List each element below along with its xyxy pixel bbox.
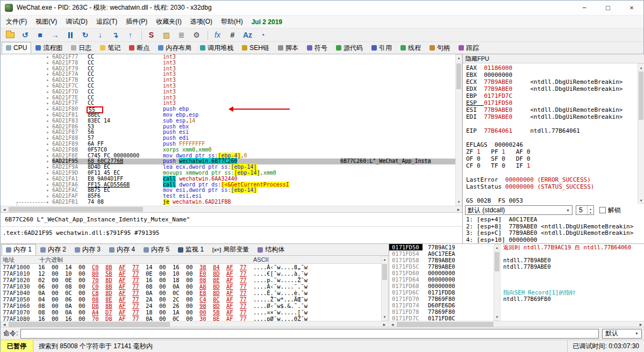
menu-options[interactable]: 选项(O) — [186, 16, 217, 28]
pause-button[interactable] — [63, 29, 77, 41]
tab-source[interactable]: 源代码 — [332, 42, 367, 54]
register-row[interactable]: GS 002B FS 0053 — [466, 197, 636, 204]
tab-notes[interactable]: 笔记 — [96, 42, 125, 54]
scroll-up-icon[interactable]: ▲ — [456, 55, 462, 61]
close-button[interactable]: × — [620, 1, 643, 16]
register-row[interactable]: EAX 01186000 — [466, 64, 636, 71]
spinner-up-icon[interactable]: ▲ — [589, 207, 592, 211]
register-row[interactable]: ESI 77B9ABE0 <ntdll.DbgUiRemoteBreakin> — [466, 106, 636, 113]
tab-memory-map[interactable]: 内存布局 — [154, 42, 196, 54]
command-profile-select[interactable]: 默认 ▼ — [602, 329, 642, 339]
step-into-button[interactable]: ↓ — [94, 29, 107, 41]
scroll-left-icon[interactable]: ◀ — [1, 206, 8, 212]
stack-arg-row[interactable]: 3: [esp+C] 77B9ABE0 <ntdll.DbgUiRemoteBr… — [466, 230, 636, 237]
scroll-down-icon[interactable]: ▼ — [382, 314, 388, 320]
step-over-button[interactable]: ↴ — [109, 29, 122, 41]
register-row[interactable] — [466, 169, 636, 176]
register-row[interactable]: ESP 0171FD50 — [466, 99, 636, 106]
dump-row[interactable]: 77AF10400A000C00C88DAF770A000C00E88DAF77… — [1, 290, 381, 296]
register-row[interactable]: EIP 77B64061 ntdll.77B64061 — [466, 127, 636, 134]
dump-row[interactable]: 77AF105004000600088EAF772A002C00C48CAF77… — [1, 296, 381, 303]
stack-hscrollbar-thumb[interactable] — [397, 322, 493, 327]
tab-references[interactable]: 引用 — [367, 42, 396, 54]
menu-debug[interactable]: 调试(D) — [61, 16, 92, 28]
strings-button[interactable]: Az — [241, 29, 254, 41]
tab-dump4[interactable]: 内存 4 — [105, 244, 139, 255]
tab-script[interactable]: 脚本 — [274, 42, 303, 54]
register-row[interactable]: EFLAGS 00000246 — [466, 141, 636, 148]
disasm-row[interactable]: 6AD21FA1E8 9A04D1FFcall wechatwin.6AA324… — [1, 176, 455, 182]
disasm-hscrollbar-thumb[interactable] — [9, 207, 143, 212]
stop-button[interactable]: ■ — [33, 29, 47, 41]
stack-row[interactable]: 0171FD6000000000 — [389, 270, 493, 276]
menu-plugins[interactable]: 插件(P) — [121, 16, 152, 28]
comments-button[interactable]: ≣ — [175, 29, 188, 41]
dump-row[interactable]: 77AF100016001400C08BAF77140016003884AF77… — [1, 264, 381, 270]
stack-vscrollbar[interactable]: ▲ ▼ — [493, 244, 500, 321]
tab-locals[interactable]: [x=]局部变量 — [208, 244, 253, 255]
scroll-up-icon[interactable]: ▲ — [638, 64, 644, 70]
menu-trace[interactable]: 追踪(T) — [92, 16, 121, 28]
tab-log[interactable]: 日志 — [67, 42, 96, 54]
disasm-vscrollbar[interactable]: ▲ ▼ — [455, 54, 462, 206]
stack-row[interactable]: 0171FD6400000000 — [389, 276, 493, 283]
tab-struct[interactable]: 结构体 — [253, 244, 289, 255]
spinner-arrows[interactable]: ▲ ▼ — [587, 206, 593, 215]
register-row[interactable]: EDI 77B9ABE0 <ntdll.DbgUiRemoteBreakin> — [466, 113, 636, 120]
dump-hscrollbar-thumb[interactable] — [9, 322, 170, 327]
maximize-button[interactable]: □ — [596, 1, 620, 16]
register-row[interactable] — [466, 120, 636, 127]
stack-row[interactable]: 0171FD7877869F80 — [389, 308, 493, 315]
command-input[interactable] — [20, 329, 599, 339]
stack-row[interactable]: 0171FD6800000000 — [389, 283, 493, 289]
registers-vscrollbar[interactable]: ▲ ▼ — [638, 63, 644, 204]
dump-row[interactable]: 77AF103006000800C08BAF7708000A00A88DAF77… — [1, 283, 381, 290]
disasm-row[interactable]: 6AD21F7DCCint3 — [1, 89, 455, 95]
tab-dump1[interactable]: 内存 1 — [2, 244, 36, 255]
disasm-vscrollbar-thumb[interactable] — [456, 63, 461, 89]
stack-arg-row[interactable]: 1: [esp+4] A0C17EEA — [466, 217, 636, 224]
preferences-button[interactable]: ⚙ — [190, 29, 203, 41]
dump-row[interactable]: 77AF107008000A00A4D7AF7718001A00005BAF77… — [1, 309, 381, 315]
stack-arg-row[interactable]: 4: [esp+10] 00000000 — [466, 237, 636, 244]
run-swallow-button[interactable]: ↻ — [78, 29, 92, 41]
tab-breakpoints[interactable]: 断点 — [125, 42, 154, 54]
restart-button[interactable]: ↺ — [18, 29, 32, 41]
dump-vscrollbar[interactable]: ▲ ▼ — [381, 256, 388, 321]
spinner-down-icon[interactable]: ▼ — [589, 211, 592, 214]
disasm-row[interactable]: 6AD21FB174 08je wechatwin.6AD21FBB — [1, 199, 455, 205]
minimize-button[interactable]: − — [573, 1, 596, 16]
args-count-spinner[interactable]: 5 ▲ ▼ — [576, 205, 594, 215]
tab-call-stack[interactable]: 调用堆栈 — [196, 42, 238, 54]
disassembly-pane[interactable]: 6AD21F77CCint36AD21F78CCint36AD21F79CCin… — [1, 54, 455, 206]
dump-row[interactable]: 77AF102002000E00708DAF7716001800088EAF77… — [1, 277, 381, 283]
tab-trace[interactable]: 跟踪 — [454, 42, 483, 54]
disasm-row[interactable]: 6AD21F8383EC 14sub esp,14 — [1, 118, 455, 124]
tab-dump5[interactable]: 内存 5 — [139, 244, 174, 255]
menu-file[interactable]: 文件(F) — [2, 16, 31, 28]
register-row[interactable]: LastStatus 00000000 (STATUS_SUCCESS) — [466, 183, 636, 190]
stack-row[interactable]: 0171FD74D60FE6D6 — [389, 302, 493, 308]
timewatch-button[interactable]: ◔ — [256, 29, 269, 41]
dump-row[interactable]: 77AF106008000A00D88BAF7724002600988DAF77… — [1, 303, 381, 309]
calculator-button[interactable]: # — [226, 29, 239, 41]
register-row[interactable]: EDX 77B9ABE0 <ntdll.DbgUiRemoteBreakin> — [466, 85, 636, 92]
scroll-down-icon[interactable]: ▼ — [456, 199, 462, 205]
tab-dump3[interactable]: 内存 3 — [70, 244, 105, 255]
registers-vscrollbar-thumb[interactable] — [639, 71, 643, 120]
dump-row[interactable]: 77AF10801600160070D8AF770A000C00308EAF77… — [1, 315, 381, 321]
register-row[interactable]: EBP 0171FD7C — [466, 92, 636, 99]
patches-button[interactable]: ▨ — [160, 29, 173, 41]
register-row[interactable]: EBX 00000000 — [466, 71, 636, 78]
scroll-up-icon[interactable]: ▲ — [494, 245, 500, 251]
stack-row[interactable]: 0171FD7C0171FD8C — [389, 315, 493, 321]
stack-arg-row[interactable]: 2: [esp+8] 77B9ABE0 <ntdll.DbgUiRemoteBr… — [466, 224, 636, 231]
scylla-button[interactable]: S — [145, 29, 158, 41]
register-row[interactable]: ZF 1 PF 1 AF 0 — [466, 148, 636, 155]
tab-dump2[interactable]: 内存 2 — [36, 244, 70, 255]
calling-convention-select[interactable]: 默认 (stdcall) ▼ — [465, 205, 573, 215]
tab-symbols[interactable]: 符号 — [303, 42, 332, 54]
register-row[interactable]: OF 0 SF 0 DF 0 — [466, 155, 636, 162]
register-row[interactable]: LastError 00000000 (ERROR_SUCCESS) — [466, 176, 636, 183]
run-button[interactable]: → — [48, 29, 62, 41]
